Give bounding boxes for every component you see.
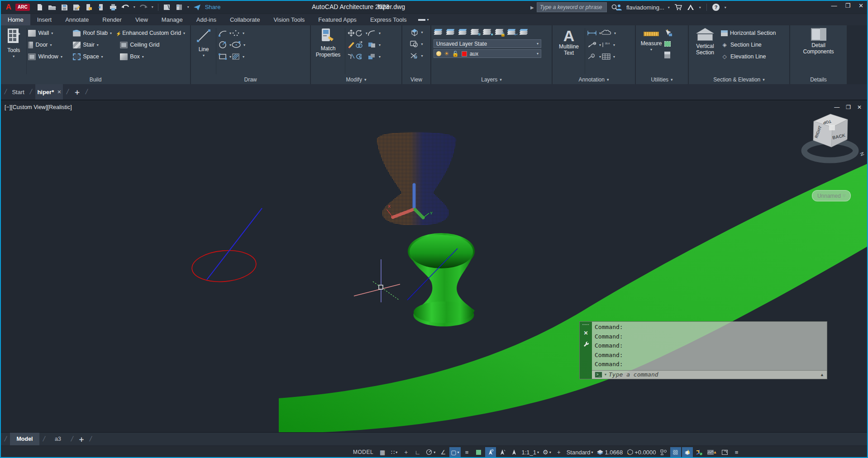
- object-snap-2d-button[interactable]: ▢▾: [449, 447, 460, 457]
- undo-dropdown-caret[interactable]: ▾: [132, 5, 137, 9]
- search-input[interactable]: [537, 2, 607, 12]
- 3d-object-snap-button[interactable]: [509, 447, 520, 457]
- save-to-web-mobile-button[interactable]: [83, 2, 94, 12]
- enhanced-custom-grid-button[interactable]: ⚡Enhanced Custom Grid▾: [120, 27, 188, 39]
- new-file-button[interactable]: [34, 2, 45, 12]
- open-file-button[interactable]: [47, 2, 57, 12]
- clean-screen-button[interactable]: [719, 447, 730, 457]
- plot-button[interactable]: [108, 2, 119, 12]
- panel-label-annotation[interactable]: Annotation▾: [553, 75, 635, 84]
- command-history[interactable]: Command: Command: Command: Command: Comm…: [592, 322, 827, 371]
- multiline-text-button[interactable]: A Multiline Text: [555, 27, 583, 57]
- tab-home[interactable]: Home: [1, 14, 30, 25]
- hatch-background-button[interactable]: [670, 447, 681, 457]
- viewport-restore-button[interactable]: ❐: [846, 104, 851, 110]
- file-tab-start[interactable]: Start: [10, 84, 26, 100]
- line-button[interactable]: Line ▾: [193, 27, 214, 60]
- model-space-indicator[interactable]: MODEL: [350, 449, 376, 455]
- offset-button[interactable]: [355, 51, 367, 62]
- tab-render[interactable]: Render: [95, 14, 129, 25]
- tab-addins[interactable]: Add-ins: [190, 14, 223, 25]
- tab-express-tools[interactable]: Express Tools: [363, 14, 414, 25]
- command-grip-icon[interactable]: •••••: [582, 324, 590, 326]
- horizontal-section-button[interactable]: Horizontal Section: [721, 27, 776, 39]
- erase-button[interactable]: [347, 39, 355, 51]
- window-minimize-button[interactable]: —: [831, 2, 837, 9]
- current-standard-dropdown[interactable]: Standard▾: [565, 447, 595, 457]
- detail-components-button[interactable]: Detail Components: [798, 27, 839, 56]
- username-label[interactable]: flaviadoming...: [626, 4, 664, 11]
- save-button[interactable]: [59, 2, 70, 12]
- user-avatar-icon[interactable]: [614, 2, 624, 12]
- viewport-close-button[interactable]: ✕: [857, 104, 862, 110]
- app-store-cart-icon[interactable]: [673, 2, 683, 12]
- command-customize-icon[interactable]: [583, 340, 589, 348]
- view-cube-tool-button[interactable]: ▾: [410, 26, 423, 38]
- stair-button[interactable]: Stair▾: [73, 39, 120, 51]
- door-button[interactable]: Door▾: [28, 39, 73, 51]
- explode-button[interactable]: [347, 51, 355, 62]
- search-collapse-arrow[interactable]: ▶: [530, 5, 534, 10]
- dimension-button[interactable]: ▾: [587, 27, 601, 39]
- panel-label-details[interactable]: Details: [790, 75, 847, 84]
- polar-tracking-button[interactable]: ▾: [424, 447, 437, 457]
- tools-button[interactable]: Tools ▾: [3, 27, 24, 61]
- table-button[interactable]: ▾: [601, 51, 616, 62]
- layer-on-icon[interactable]: [459, 29, 467, 35]
- section-line-button[interactable]: ◈Section Line: [721, 39, 776, 51]
- autodesk-dropdown-caret[interactable]: ▾: [698, 5, 702, 10]
- tag-button[interactable]: 1▾: [587, 51, 601, 62]
- tab-model[interactable]: Model: [10, 433, 39, 445]
- vertical-section-button[interactable]: Vertical Section: [691, 27, 719, 57]
- help-icon[interactable]: ?: [711, 2, 721, 12]
- layer-thaw-sun-icon[interactable]: ☀: [444, 51, 449, 57]
- roof-slab-button[interactable]: Roof Slab▾: [73, 27, 120, 39]
- osnap-tracking-button[interactable]: [485, 447, 496, 457]
- rectangle-button[interactable]: ▾: [218, 51, 231, 62]
- layout-viewports-button[interactable]: [162, 2, 172, 12]
- panel-label-draw[interactable]: Draw: [191, 75, 310, 84]
- share-label[interactable]: Share: [205, 4, 221, 10]
- graphics-performance-button[interactable]: ▲: [706, 447, 719, 457]
- tab-layout-a3[interactable]: a3: [48, 433, 67, 445]
- select-similar-button[interactable]: [664, 39, 672, 49]
- measure-button[interactable]: Measure ▾: [638, 27, 664, 54]
- command-window[interactable]: ••••• ✕ Command: Command: Command: Comma…: [579, 321, 827, 379]
- help-dropdown-caret[interactable]: ▾: [723, 5, 728, 10]
- recent-commands-caret[interactable]: ▾: [605, 372, 606, 377]
- user-dropdown-caret[interactable]: ▾: [667, 5, 671, 10]
- annotation-scale-button[interactable]: 1:1_1▾: [520, 447, 541, 457]
- circle-button[interactable]: ▾: [218, 39, 231, 51]
- layer-isolate-icon[interactable]: [520, 29, 528, 35]
- match-properties-button[interactable]: Match Properties: [313, 27, 343, 59]
- layer-state-dropdown[interactable]: Unsaved Layer State▾: [434, 39, 541, 48]
- layer-match-icon[interactable]: ↩: [508, 29, 516, 35]
- quick-select-button[interactable]: [664, 28, 672, 38]
- qat-customize-caret[interactable]: ▾: [186, 5, 191, 9]
- tab-manage[interactable]: Manage: [155, 14, 190, 25]
- layer-freeze-icon[interactable]: ❄: [471, 29, 479, 35]
- ellipse-button[interactable]: ▾: [231, 39, 245, 51]
- command-prompt-icon[interactable]: >_: [595, 372, 602, 378]
- box-button[interactable]: Box▾: [120, 51, 188, 62]
- redo-button[interactable]: [138, 2, 149, 12]
- named-views-button[interactable]: ▾: [410, 38, 423, 50]
- tab-view[interactable]: View: [129, 14, 155, 25]
- move-button[interactable]: [347, 27, 355, 39]
- copy-button[interactable]: [355, 39, 367, 51]
- tab-featured-apps[interactable]: Featured Apps: [311, 14, 363, 25]
- selection-cycling-button[interactable]: [473, 447, 484, 457]
- new-layout-button[interactable]: ＋: [77, 434, 85, 444]
- layer-lock-icon[interactable]: 🔒: [496, 29, 504, 35]
- space-button[interactable]: Space▾: [73, 51, 120, 62]
- layer-off-icon[interactable]: [447, 29, 455, 35]
- layer-unlock-icon[interactable]: 🔓: [452, 51, 459, 57]
- revision-cloud-button[interactable]: ▾: [601, 27, 616, 39]
- viewport-controls-label[interactable]: [−][Custom View][Realistic]: [5, 104, 72, 110]
- z-elevation-button[interactable]: +0.0000: [625, 447, 657, 457]
- layer-on-bulb-icon[interactable]: [436, 51, 441, 56]
- file-tab-close-icon[interactable]: ✕: [57, 89, 61, 95]
- elevation-line-button[interactable]: ◇Elevation Line: [721, 51, 776, 62]
- layer-lightning-button[interactable]: [682, 447, 693, 457]
- workspace-switching-button[interactable]: ⚙▾: [541, 447, 553, 457]
